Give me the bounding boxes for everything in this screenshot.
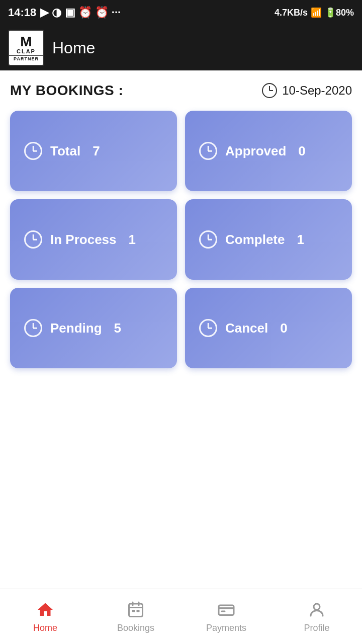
card-count-cancel: 0 xyxy=(280,320,287,336)
card-label-pending: Pending xyxy=(50,320,102,336)
card-clock-icon-complete xyxy=(199,230,217,249)
nav-item-bookings[interactable]: Bookings xyxy=(90,595,181,638)
card-count-complete: 1 xyxy=(297,232,304,248)
profile-icon xyxy=(307,600,327,620)
card-label-total: Total xyxy=(50,143,80,159)
card-total[interactable]: Total 7 xyxy=(10,111,177,191)
logo-m-text: M xyxy=(20,35,32,49)
card-pending[interactable]: Pending 5 xyxy=(10,288,177,368)
status-time: 14:18 xyxy=(8,6,36,19)
date-container: 10-Sep-2020 xyxy=(262,83,352,98)
nav-label-profile: Profile xyxy=(304,623,329,633)
card-label-complete: Complete xyxy=(225,232,285,248)
card-cancel[interactable]: Cancel 0 xyxy=(185,288,352,368)
card-clock-icon-cancel xyxy=(199,319,217,337)
bottom-nav: Home Bookings Payments xyxy=(0,589,362,644)
payments-icon xyxy=(216,600,236,620)
header-title: Home xyxy=(52,39,95,57)
clock-icon xyxy=(262,83,277,98)
card-clock-icon-approved xyxy=(199,142,217,160)
card-clock-icon-inprocess xyxy=(24,230,42,249)
nav-label-payments: Payments xyxy=(206,623,246,633)
card-count-inprocess: 1 xyxy=(129,232,136,248)
svg-rect-4 xyxy=(132,610,135,612)
card-approved[interactable]: Approved 0 xyxy=(185,111,352,191)
nav-label-home: Home xyxy=(33,623,57,633)
card-count-approved: 0 xyxy=(298,143,305,159)
status-right-icons: 4.7KB/s 📶 🔋80% xyxy=(275,7,354,18)
card-label-cancel: Cancel xyxy=(225,320,268,336)
svg-rect-0 xyxy=(129,604,143,617)
bookings-header: MY BOOKINGS : 10-Sep-2020 xyxy=(10,83,352,99)
bookings-title: MY BOOKINGS : xyxy=(10,83,123,99)
card-inprocess[interactable]: In Process 1 xyxy=(10,199,177,280)
logo-clap-text: CLAP xyxy=(17,49,36,54)
svg-point-9 xyxy=(314,604,320,610)
card-clock-icon-pending xyxy=(24,319,42,337)
main-content: MY BOOKINGS : 10-Sep-2020 Total 7 Approv… xyxy=(0,70,362,589)
card-label-approved: Approved xyxy=(225,143,286,159)
booking-date: 10-Sep-2020 xyxy=(282,84,352,98)
cards-grid: Total 7 Approved 0 In Process 1 Com xyxy=(10,111,352,368)
svg-rect-6 xyxy=(219,605,234,615)
card-count-total: 7 xyxy=(93,143,100,159)
card-count-pending: 5 xyxy=(114,320,121,336)
svg-rect-5 xyxy=(137,610,140,612)
app-header: M CLAP PARTNER Home xyxy=(0,25,362,70)
card-complete[interactable]: Complete 1 xyxy=(185,199,352,280)
nav-item-home[interactable]: Home xyxy=(0,595,90,638)
status-icons: ▶ ◑ ▣ ⏰ ⏰ ··· xyxy=(40,6,121,19)
logo-partner-text: PARTNER xyxy=(9,55,43,61)
app-logo: M CLAP PARTNER xyxy=(8,30,44,66)
home-icon xyxy=(35,600,55,620)
card-clock-icon-total xyxy=(24,142,42,160)
card-label-inprocess: In Process xyxy=(50,232,117,248)
nav-item-payments[interactable]: Payments xyxy=(181,595,272,638)
nav-item-profile[interactable]: Profile xyxy=(272,595,362,638)
nav-label-bookings: Bookings xyxy=(117,623,154,633)
bookings-icon xyxy=(126,600,146,620)
status-bar: 14:18 ▶ ◑ ▣ ⏰ ⏰ ··· 4.7KB/s 📶 🔋80% xyxy=(0,0,362,25)
